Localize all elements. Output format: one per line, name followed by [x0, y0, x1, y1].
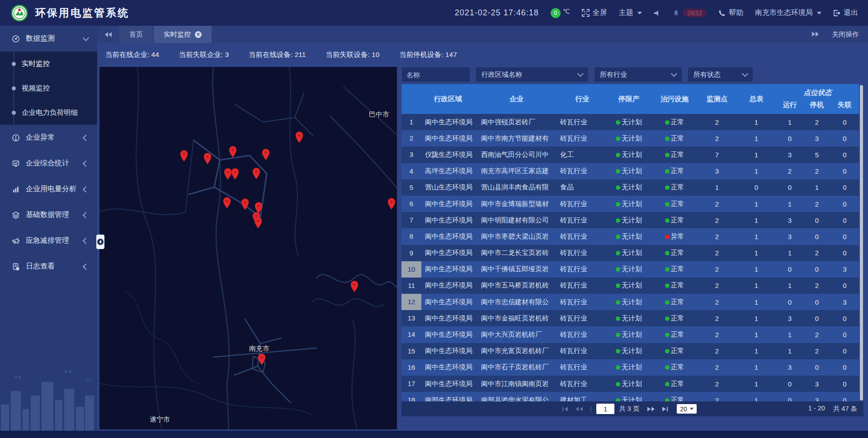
notifications-button[interactable]: 2632 [673, 9, 707, 17]
map-pin-icon[interactable] [261, 148, 270, 160]
stats-bar: 当前在线企业: 44当前失联企业: 3当前在线设备: 211当前失联设备: 10… [105, 43, 457, 67]
last-page-button[interactable] [658, 406, 671, 412]
cell-points: 2 [698, 298, 736, 306]
sidebar-item-realtime-monitor[interactable]: 实时监控 [0, 52, 97, 76]
cell-stop-status: 无计划 [606, 298, 651, 306]
cell-lost: 0 [830, 249, 859, 257]
map-pin-icon[interactable] [257, 353, 266, 365]
status-filter-select[interactable]: 所有状态 [688, 67, 753, 82]
cell-region: 阆中生态环境局 [421, 281, 475, 290]
table-row[interactable]: 18南部生态环境局南部县鸿华水泥有限公建材加工无计划正常21030 [401, 392, 859, 401]
tab-close-icon[interactable]: × [195, 31, 202, 38]
table-row[interactable]: 2阆中生态环境局阆中市南方节能建材有砖瓦行业无计划正常21030 [401, 130, 859, 146]
logout-button[interactable]: 退出 [833, 8, 858, 18]
help-button[interactable]: 帮助 [718, 8, 743, 18]
cell-region: 阆中生态环境局 [421, 347, 475, 355]
table-row[interactable]: 9阆中生态环境局阆中市二龙长宝页岩砖砖瓦行业无计划正常21120 [401, 245, 859, 261]
region-filter-select[interactable]: 行政区域名称 [476, 67, 589, 82]
tabs-scroll-right-button[interactable] [811, 31, 819, 38]
map-pin-icon[interactable] [254, 217, 263, 229]
sidebar-item-enterprise-abnormal[interactable]: 企业异常 [0, 125, 97, 151]
sidebar-item-power-load-detail[interactable]: 企业电力负荷明细 [0, 100, 97, 125]
cell-run: 1 [776, 347, 803, 355]
status-dot-icon [665, 300, 670, 305]
table-row[interactable]: 4高坪生态环境局南充市高坪区王家店建砖瓦行业无计划正常31220 [401, 163, 859, 179]
map-pin-icon[interactable] [228, 146, 237, 158]
table-row[interactable]: 17阆中生态环境局阆中市江南镇阆南页岩砖瓦行业无计划正常21030 [401, 376, 859, 392]
speaker-mute-button[interactable] [654, 9, 661, 17]
col-halt: 停机 [803, 100, 830, 110]
sidebar-item-data-monitor[interactable]: 数据监测 [0, 26, 97, 52]
sidebar-item-video-monitor[interactable]: 视频监控 [0, 76, 97, 100]
map[interactable]: 巴中市南充市遂宁市 [99, 67, 397, 429]
prev-page-button[interactable] [572, 406, 586, 412]
table-row[interactable]: 14阆中生态环境局阆中大兴页岩机砖厂砖瓦行业无计划正常21120 [401, 326, 859, 343]
cell-company: 南充市高坪区王家店建 [475, 167, 558, 175]
table-row[interactable]: 3仪陇生态环境局西南油气田分公司川中化工无计划正常71350 [401, 146, 859, 163]
table-row[interactable]: 8阆中生态环境局阆中市枣碧大梁山页岩砖瓦行业无计划异常21300 [401, 228, 859, 245]
table-row[interactable]: 6阆中生态环境局阆中市金博瑞新型墙材砖瓦行业无计划正常21120 [401, 196, 859, 212]
col-point-status: 点位状态 [776, 88, 859, 98]
cell-facility-status: 正常 [651, 118, 698, 127]
table-row[interactable]: 13阆中生态环境局阆中市金福旺页岩机砖砖瓦行业无计划正常21300 [401, 310, 859, 326]
cell-run: 0 [776, 135, 803, 142]
sidebar-item-base-data[interactable]: 基础数据管理 [0, 202, 97, 228]
cell-industry: 砖瓦行业 [558, 216, 606, 225]
theme-menu[interactable]: 主题 [619, 8, 642, 18]
name-filter-input[interactable] [401, 67, 470, 82]
table-row[interactable]: 15阆中生态环境局阆中市光富页岩机砖厂砖瓦行业无计划正常21120 [401, 343, 859, 359]
fullscreen-button[interactable]: 全屏 [582, 8, 607, 18]
cell-region: 阆中生态环境局 [421, 118, 475, 127]
industry-filter-select[interactable]: 所有行业 [594, 67, 682, 82]
tabs-scroll-left-button[interactable] [97, 26, 119, 43]
table-row[interactable]: 5营山生态环境局营山县润丰肉食品有限食品无计划正常10010 [401, 179, 859, 196]
tab-首页[interactable]: 首页 [119, 26, 153, 43]
table-scrollbar[interactable] [860, 85, 863, 400]
org-menu[interactable]: 南充市生态环境局 [755, 8, 821, 18]
cell-stop-status: 无计划 [606, 183, 651, 192]
cell-region: 南部生态环境局 [421, 396, 475, 401]
close-operations-button[interactable]: 关闭操作 [832, 30, 859, 39]
map-pin-icon[interactable] [222, 197, 231, 209]
map-pin-icon[interactable] [241, 198, 250, 210]
cell-run: 3 [776, 363, 803, 371]
first-page-button[interactable] [559, 406, 572, 412]
table-row[interactable]: 12阆中生态环境局阆中市忠信建材有限公砖瓦行业无计划正常21003 [401, 294, 859, 310]
map-pin-icon[interactable] [387, 198, 396, 210]
tab-实时监控[interactable]: 实时监控× [154, 26, 212, 43]
table-row[interactable]: 7阆中生态环境局阆中明阳建材有限公司砖瓦行业无计划正常21300 [401, 212, 859, 228]
sidebar-item-enterprise-stats[interactable]: 企业综合统计 [0, 151, 97, 176]
page-size-select[interactable]: 20 [677, 404, 697, 414]
sidebar-item-log-view[interactable]: 日志查看 [0, 254, 97, 279]
map-pin-icon[interactable] [231, 168, 240, 180]
bottom-strip [0, 431, 868, 438]
status-dot-icon [665, 333, 670, 337]
map-pin-icon[interactable] [203, 152, 212, 165]
table-row[interactable]: 10阆中生态环境局阆中千佛镇五郎垭页岩砖瓦行业无计划正常21003 [401, 261, 859, 278]
table-row[interactable]: 1阆中生态环境局阆中强锐页岩砖厂砖瓦行业无计划正常21120 [401, 114, 859, 130]
map-pin-icon[interactable] [179, 150, 189, 162]
row-number: 13 [401, 310, 421, 326]
map-pin-icon[interactable] [350, 280, 359, 292]
cell-stop-status: 无计划 [606, 151, 651, 159]
row-number: 7 [401, 212, 421, 228]
cell-stop-status: 无计划 [606, 232, 651, 241]
app-title: 环保用电监管系统 [35, 6, 129, 20]
table-row[interactable]: 16阆中生态环境局阆中市石子页岩机砖厂砖瓦行业无计划正常21300 [401, 359, 859, 376]
map-pin-icon[interactable] [295, 131, 304, 143]
map-pin-icon[interactable] [252, 167, 261, 179]
cell-company: 阆中市光富页岩机砖厂 [475, 347, 558, 355]
sidebar-item-power-analysis[interactable]: 企业用电量分析 [0, 176, 97, 202]
chevron-down-icon [742, 71, 748, 77]
cell-halt: 2 [803, 200, 830, 208]
table-row[interactable]: 11阆中生态环境局阆中市五马桥页岩机砖砖瓦行业无计划正常21120 [401, 278, 859, 294]
cell-halt: 0 [803, 233, 830, 240]
sidebar: 数据监测实时监控视频监控企业电力负荷明细企业异常企业综合统计企业用电量分析基础数… [0, 26, 97, 438]
next-page-button[interactable] [644, 406, 658, 412]
cell-run: 1 [776, 200, 803, 208]
row-number: 14 [401, 326, 421, 343]
sidebar-item-emergency-reduction[interactable]: 应急减排管理 [0, 228, 97, 254]
page-input[interactable] [596, 404, 614, 414]
status-dot-icon [616, 349, 620, 353]
sidebar-collapse-button[interactable] [96, 235, 104, 249]
